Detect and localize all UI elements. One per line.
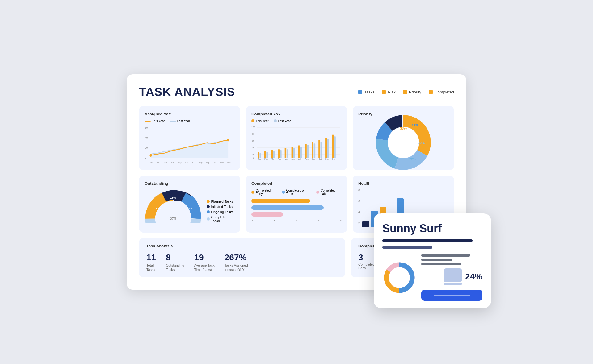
ss-line-1 [421, 254, 470, 257]
legend-dot-completed [429, 90, 433, 94]
svg-text:Feb: Feb [264, 158, 268, 160]
header: TASK ANALYSIS Tasks Risk Priority Comple… [139, 85, 454, 99]
legend-priority: Priority [403, 90, 421, 94]
stat-total-tasks-value: 11 [146, 253, 156, 263]
assigned-yoy-svg: 60 40 20 0 [145, 125, 235, 165]
svg-text:18%: 18% [170, 196, 176, 199]
svg-rect-43 [287, 149, 288, 158]
svg-point-9 [149, 154, 152, 157]
legend-label-completed: Completed [435, 90, 454, 94]
stat-avg-time: 19 Average TaskTime (days) [194, 253, 214, 272]
completed-tasks-dot [207, 217, 210, 221]
svg-text:Nov: Nov [220, 161, 224, 163]
assigned-yoy-title: Assigned YoY [145, 112, 235, 116]
svg-text:Jun: Jun [292, 158, 295, 160]
bar-late-track [251, 212, 283, 217]
initiated-label: Initiated Tasks [211, 205, 233, 209]
ongoing-label: Ongoing Tasks [211, 210, 234, 214]
ss-button-line [434, 295, 470, 296]
svg-text:60: 60 [145, 126, 148, 129]
svg-text:Mar: Mar [164, 161, 167, 163]
completed-this-year-legend: This Year [251, 119, 269, 123]
svg-point-89 [391, 269, 408, 286]
task-analysis-stats: 11 TotalTasks 8 OutstandingTasks 19 Aver… [146, 253, 338, 272]
ss-percent-line [444, 283, 462, 285]
sunny-surf-title: Sunny Surf [382, 222, 482, 235]
outstanding-legend: Planned Tasks Initiated Tasks Ongoing Ta… [207, 200, 235, 223]
svg-rect-45 [293, 148, 295, 158]
svg-rect-44 [292, 147, 293, 158]
svg-text:Apr: Apr [171, 161, 174, 164]
page-title: TASK ANALYSIS [139, 85, 235, 99]
legend-completed: Completed [429, 90, 454, 94]
completed-bars-legend: Completed Early Completed on Time Comple… [251, 189, 342, 196]
sunny-surf-card: Sunny Surf [374, 213, 491, 308]
ss-line-3 [421, 263, 461, 265]
svg-text:40: 40 [252, 146, 254, 149]
svg-text:Aug: Aug [305, 158, 309, 160]
ss-line-2 [421, 259, 452, 261]
svg-text:22%: 22% [409, 157, 416, 161]
stat-total-tasks-label: TotalTasks [146, 263, 156, 272]
completed-yoy-chart: 100 80 60 40 20 0 [251, 125, 342, 165]
late-dot [316, 191, 319, 194]
svg-text:Nov: Nov [325, 158, 329, 160]
svg-text:Oct: Oct [213, 161, 216, 163]
initiated-dot [207, 205, 210, 208]
ss-bar-dark [382, 239, 473, 242]
svg-rect-57 [334, 136, 335, 158]
svg-text:40: 40 [145, 136, 148, 139]
legend-on-time: Completed on Time [282, 189, 312, 196]
task-analysis-card: Task Analysis 11 TotalTasks 8 Outstandin… [139, 238, 345, 278]
hbar-axis: 23456 [251, 219, 342, 222]
assigned-last-year-legend: Last Year [170, 119, 190, 123]
legend-label-tasks: Tasks [364, 90, 374, 94]
bottom-left: Task Analysis 11 TotalTasks 8 Outstandin… [139, 238, 345, 278]
stat-total-tasks: 11 TotalTasks [146, 253, 156, 272]
svg-rect-47 [300, 147, 302, 158]
svg-text:Dec: Dec [332, 158, 336, 160]
legend-initiated: Initiated Tasks [207, 205, 235, 209]
completed-yoy-card: Completed YoY This Year Last Year 100 [246, 106, 347, 170]
svg-text:0: 0 [145, 156, 147, 159]
svg-rect-36 [264, 151, 266, 158]
svg-text:Feb: Feb [157, 161, 160, 163]
completed-yoy-title: Completed YoY [251, 112, 342, 116]
svg-text:Apr: Apr [278, 158, 281, 160]
svg-text:11%: 11% [412, 123, 418, 127]
legend-label-risk: Risk [388, 90, 395, 94]
svg-text:27%: 27% [187, 207, 192, 210]
stat-increase-yoy-label: Tasks AssignedIncrease YoY [225, 263, 248, 272]
on-time-label: Completed on Time [286, 189, 312, 196]
legend-tasks: Tasks [358, 90, 374, 94]
svg-text:Jan: Jan [149, 161, 153, 163]
svg-text:Jul: Jul [192, 161, 195, 163]
ss-donut-svg [382, 261, 416, 295]
stat-increase-yoy: 267% Tasks AssignedIncrease YoY [225, 253, 248, 272]
bar-on-time [251, 205, 342, 210]
svg-rect-50 [312, 142, 313, 158]
ss-percent: 24% [465, 272, 482, 282]
outstanding-half-donut-svg: 27% 18% 27% 27% [145, 189, 202, 223]
svg-text:22%: 22% [418, 141, 425, 145]
legend-dot-tasks [358, 90, 362, 94]
health-bar-1 [362, 221, 369, 226]
planned-label: Planned Tasks [211, 200, 233, 203]
planned-dot [207, 200, 210, 203]
svg-text:27%: 27% [155, 207, 161, 210]
legend-dot-risk [382, 90, 386, 94]
svg-rect-38 [271, 150, 273, 158]
svg-point-10 [227, 139, 229, 141]
completed-tasks-label: Completed Tasks [211, 215, 235, 223]
bar-late [251, 212, 342, 217]
svg-rect-56 [332, 135, 334, 158]
task-analysis-title: Task Analysis [146, 244, 338, 248]
completed-bars-title: Completed [251, 181, 342, 186]
completed-last-year-legend: Last Year [274, 119, 291, 123]
svg-text:Oct: Oct [318, 158, 322, 160]
svg-rect-39 [273, 151, 275, 158]
svg-rect-41 [280, 150, 281, 158]
svg-text:Sep: Sep [206, 161, 209, 164]
ss-button[interactable] [421, 290, 482, 301]
svg-text:33%: 33% [400, 126, 407, 130]
